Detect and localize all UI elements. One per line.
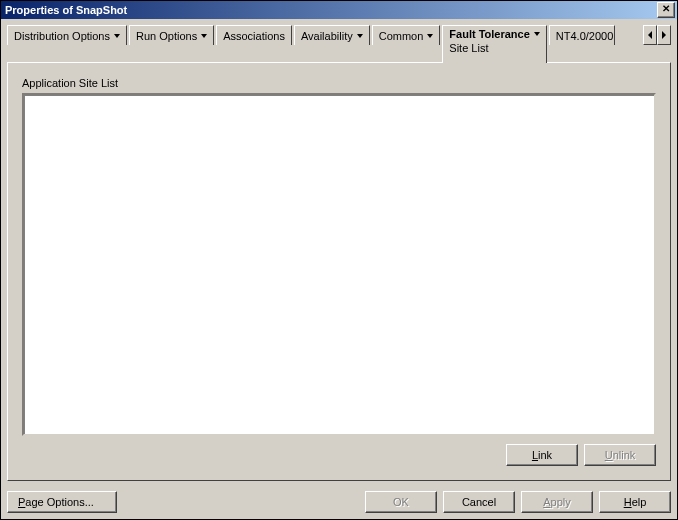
tab-label: Run Options: [136, 30, 197, 42]
chevron-down-icon: [534, 32, 540, 36]
tabstrip: Distribution Options Run Options Associa…: [7, 25, 671, 63]
tab-fault-tolerance[interactable]: Fault Tolerance Site List: [442, 25, 546, 63]
ok-label: OK: [393, 496, 409, 508]
cancel-label: Cancel: [462, 496, 496, 508]
chevron-down-icon: [357, 34, 363, 38]
tab-label: Fault Tolerance: [449, 28, 529, 40]
chevron-down-icon: [201, 34, 207, 38]
tab-content: Application Site List Link Unlink: [7, 62, 671, 481]
tab-scroll-right-button[interactable]: [657, 25, 671, 45]
titlebar: Properties of SnapShot ✕: [1, 1, 677, 19]
arrow-left-icon: [648, 31, 652, 39]
chevron-down-icon: [427, 34, 433, 38]
list-actions: Link Unlink: [22, 444, 656, 466]
tab-associations[interactable]: Associations: [216, 25, 292, 45]
chevron-down-icon: [114, 34, 120, 38]
tab-sublabel: Site List: [449, 42, 488, 54]
section-label: Application Site List: [22, 77, 656, 89]
tab-common[interactable]: Common: [372, 25, 441, 45]
tab-availability[interactable]: Availability: [294, 25, 370, 45]
dialog-footer: Page Options... OK Cancel Apply Help: [1, 487, 677, 519]
tab-run-options[interactable]: Run Options: [129, 25, 214, 45]
tab-distribution-options[interactable]: Distribution Options: [7, 25, 127, 45]
tab-scroll-left-button[interactable]: [643, 25, 657, 45]
tab-label: Common: [379, 30, 424, 42]
window-title: Properties of SnapShot: [5, 4, 657, 16]
unlink-button[interactable]: Unlink: [584, 444, 656, 466]
tab-label: Availability: [301, 30, 353, 42]
page-options-button[interactable]: Page Options...: [7, 491, 117, 513]
cancel-button[interactable]: Cancel: [443, 491, 515, 513]
tab-label: Associations: [223, 30, 285, 42]
dialog-body: Distribution Options Run Options Associa…: [1, 19, 677, 487]
properties-dialog: Properties of SnapShot ✕ Distribution Op…: [0, 0, 678, 520]
close-icon: ✕: [662, 3, 670, 14]
tab-label: NT4.0/2000: [556, 30, 613, 42]
help-button[interactable]: Help: [599, 491, 671, 513]
tab-label: Distribution Options: [14, 30, 110, 42]
tab-scroll-controls: [643, 25, 671, 45]
apply-button[interactable]: Apply: [521, 491, 593, 513]
link-button[interactable]: Link: [506, 444, 578, 466]
ok-button[interactable]: OK: [365, 491, 437, 513]
tab-nt4-2000[interactable]: NT4.0/2000: [549, 25, 615, 45]
site-list-box[interactable]: [22, 93, 656, 436]
close-button[interactable]: ✕: [657, 2, 675, 18]
arrow-right-icon: [662, 31, 666, 39]
